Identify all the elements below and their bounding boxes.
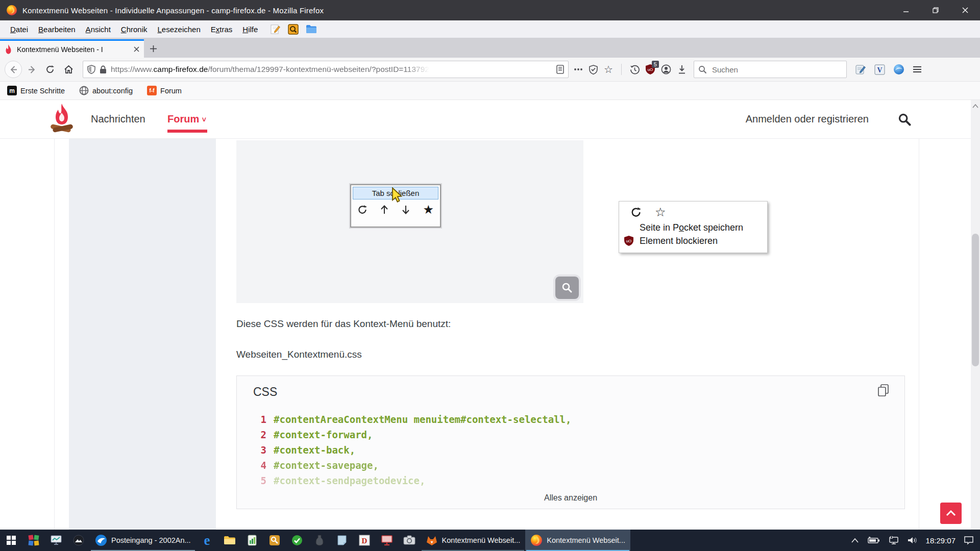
taskbar-firefox-old-button[interactable]: Kontextmenü Webseit... [421, 530, 526, 551]
post-screenshot-1[interactable]: Tab schließen ★ [236, 140, 583, 303]
restore-button[interactable] [921, 0, 950, 20]
navigation-toolbar: https://www.camp-firefox.de/forum/thema/… [0, 58, 980, 82]
new-tab-button[interactable] [144, 39, 162, 58]
menu-datei[interactable]: Datei [5, 23, 33, 36]
bookmark-forum[interactable]: f-f Forum [147, 86, 182, 95]
menu-lesezeichen[interactable]: Lesezeichen [153, 23, 206, 36]
account-icon[interactable] [661, 64, 671, 74]
bookmark-erste-schritte[interactable]: m Erste Schritte [7, 86, 65, 95]
nav-nachrichten[interactable]: Nachrichten [91, 113, 145, 125]
tracking-shield-icon[interactable] [87, 65, 95, 74]
taskbar-explorer-icon[interactable] [218, 530, 241, 551]
page-scrollbar[interactable] [971, 100, 980, 530]
ublock-origin-icon[interactable]: uO 5 [646, 64, 655, 74]
tab-title: Kontextmenü Webseiten - I [17, 45, 114, 54]
taskbar-firefox-active-button[interactable]: Kontextmenü Webseit... [525, 530, 630, 551]
tray-action-center-icon[interactable] [964, 536, 974, 545]
menu-extras[interactable]: Extras [206, 23, 238, 36]
forward-button[interactable] [22, 60, 41, 79]
menu-bearbeiten[interactable]: Bearbeiten [33, 23, 81, 36]
edit-extension-icon[interactable] [855, 64, 866, 75]
post-screenshot-2[interactable]: ☆ Seite in Pocket speichern uO Element b… [619, 201, 768, 253]
menu-block-item: uO Element blockieren [619, 233, 767, 246]
taskbar-d-tool-icon[interactable]: D [353, 530, 376, 551]
orange-search-extension-icon[interactable] [288, 24, 299, 35]
site-header: Nachrichten Forum ˅ Anmelden oder regist… [0, 100, 971, 139]
nav-forum[interactable]: Forum ˅ [167, 113, 206, 125]
search-bar[interactable] [694, 61, 847, 78]
download-icon[interactable] [677, 65, 687, 74]
scroll-to-top-button[interactable] [940, 503, 962, 524]
taskbar-dark-app-icon[interactable] [308, 530, 331, 551]
scrollbar-thumb[interactable] [972, 234, 979, 366]
taskbar-camera-icon[interactable] [398, 530, 421, 551]
v-extension-icon[interactable]: V [874, 64, 885, 75]
taskbar-notes-app-icon[interactable] [331, 530, 353, 551]
windows-taskbar: Posteingang - 2002An... e D Kontextmenü … [0, 530, 980, 551]
menu-hilfe[interactable]: Hilfe [237, 23, 263, 36]
show-all-button[interactable]: Alles anzeigen [237, 493, 904, 503]
url-text: https://www.camp-firefox.de/forum/thema/… [111, 65, 429, 74]
menu-bar: Datei Bearbeiten Ansicht Chronik Lesezei… [0, 20, 980, 38]
url-bar[interactable]: https://www.camp-firefox.de/forum/thema/… [83, 61, 569, 78]
taskbar-thunderbird-button[interactable]: Posteingang - 2002An... [90, 530, 196, 551]
bookmark-star-icon[interactable]: ☆ [604, 64, 613, 74]
image-zoom-button[interactable] [555, 277, 579, 299]
tab-favicon-flame-icon [4, 44, 13, 55]
bookmark-about-config[interactable]: about:config [79, 86, 133, 95]
code-language-label: CSS [253, 385, 277, 399]
search-icon [698, 65, 707, 74]
taskbar-red-monitor-icon[interactable] [376, 530, 398, 551]
folder-icon[interactable] [306, 24, 317, 34]
bookmark-m-icon: m [7, 86, 17, 95]
login-link[interactable]: Anmelden oder registrieren [746, 113, 869, 125]
history-sync-icon[interactable] [630, 65, 640, 74]
taskbar-antivirus-icon[interactable] [286, 530, 308, 551]
tab-close-icon[interactable] [133, 46, 140, 53]
taskbar-monitor-chart-app-icon[interactable] [45, 530, 67, 551]
menu-reload-icon [630, 207, 642, 218]
ublock-shield-icon: uO [624, 236, 633, 246]
taskbar-keepass-icon[interactable] [263, 530, 286, 551]
taskbar-report-app-icon[interactable] [241, 530, 263, 551]
minimize-button[interactable] [891, 0, 921, 20]
search-input[interactable] [711, 65, 825, 74]
web-page-content: Nachrichten Forum ˅ Anmelden oder regist… [0, 100, 980, 530]
svg-text:uO: uO [648, 67, 653, 72]
menu-chronik[interactable]: Chronik [116, 23, 153, 36]
active-tab[interactable]: Kontextmenü Webseiten - I [0, 39, 144, 58]
globe-icon [79, 86, 89, 95]
hamburger-menu-icon[interactable] [913, 66, 922, 73]
blue-swirl-extension-icon[interactable] [893, 64, 904, 75]
start-button[interactable] [0, 530, 22, 551]
cursor-arrow [389, 187, 404, 204]
menu-ansicht[interactable]: Ansicht [81, 23, 116, 36]
back-button[interactable] [4, 60, 22, 79]
reader-view-icon[interactable] [556, 65, 564, 74]
lock-icon[interactable] [100, 65, 107, 74]
shield-check-icon[interactable] [589, 65, 598, 74]
post-author-panel [69, 139, 216, 530]
window-title: Kontextmenü Webseiten - Individuelle Anp… [22, 6, 324, 15]
close-button[interactable] [950, 0, 980, 20]
tray-battery-icon[interactable] [867, 537, 880, 544]
taskbar-edge-icon[interactable]: e [196, 530, 218, 551]
page-actions-icon[interactable] [574, 68, 583, 71]
svg-text:V: V [877, 66, 882, 73]
scrollbar-up-arrow[interactable] [972, 104, 978, 108]
tray-speaker-icon[interactable] [908, 536, 918, 544]
reload-button[interactable] [41, 60, 59, 79]
screenshot-down-arrow-icon [401, 205, 410, 215]
taskbar-photos-app-icon[interactable] [67, 530, 90, 551]
site-search-icon[interactable] [897, 112, 912, 127]
tray-clock[interactable]: 18:29:07 [926, 536, 955, 545]
note-pencil-icon[interactable] [270, 24, 281, 35]
tray-network-icon[interactable] [888, 536, 899, 544]
taskbar-collage-app-icon[interactable] [22, 530, 45, 551]
copy-code-icon[interactable] [878, 384, 889, 396]
menu-pocket-item: Seite in Pocket speichern [619, 218, 767, 233]
tray-chevron-up-icon[interactable] [851, 538, 859, 543]
home-button[interactable] [59, 60, 78, 79]
forum-active-underline [167, 130, 207, 133]
campfire-logo[interactable] [50, 103, 74, 135]
